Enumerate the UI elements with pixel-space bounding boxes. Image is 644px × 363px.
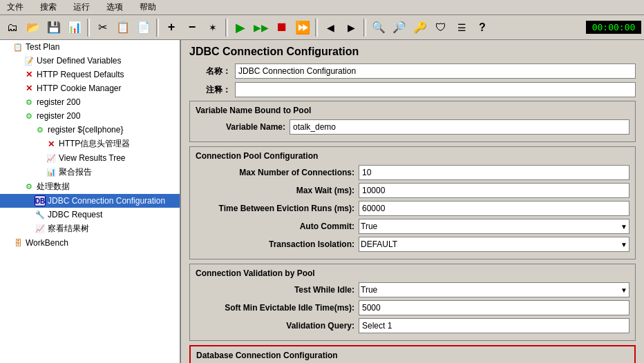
tree-item-jdbcconfig[interactable]: DB JDBC Connection Configuration — [0, 194, 180, 208]
btn-remove[interactable]: − — [182, 18, 202, 37]
tree-label: User Defined Variables — [37, 56, 122, 66]
connection-validation-title: Connection Validation by Pool — [196, 268, 629, 278]
btn-forward[interactable]: ▶ — [341, 18, 361, 37]
test-while-idle-row: Test While Idle: True ▼ — [196, 282, 629, 297]
name-row: 名称： — [189, 63, 636, 79]
tree-label: WorkBench — [26, 238, 68, 248]
tree-label: 察看结果树 — [48, 223, 89, 235]
menu-options[interactable]: 选项 — [102, 0, 127, 14]
tree-item-workbench[interactable]: 🗄 WorkBench — [0, 236, 180, 250]
thread-icon: ⚙ — [23, 110, 35, 121]
btn-paste[interactable]: 📄 — [134, 18, 153, 37]
btn-key[interactable]: 🔑 — [410, 18, 430, 37]
max-wait-label: Max Wait (ms): — [196, 186, 354, 195]
comment-row: 注释： — [189, 82, 636, 97]
toolbar: 🗂 📂 💾 📊 ✂ 📋 📄 + − ✶ ▶ ▶▶ ⏹ ⏩ ◀ ▶ 🔍 🔎 🔑 🛡… — [0, 15, 644, 40]
tree-item-httpcookie[interactable]: ✕ HTTP Cookie Manager — [0, 81, 180, 95]
btn-add[interactable]: + — [162, 18, 181, 37]
soft-min-label: Soft Min Evictable Idle Time(ms): — [196, 303, 354, 313]
tree-item-uservars[interactable]: 📝 User Defined Variables — [0, 54, 180, 68]
soft-min-input[interactable] — [359, 300, 629, 315]
menu-bar: 文件 搜索 运行 选项 帮助 — [0, 0, 644, 15]
tree-panel: 📋 Test Plan 📝 User Defined Variables ✕ H… — [0, 40, 181, 363]
tree-label: JDBC Connection Configuration — [48, 196, 165, 206]
auto-commit-label: Auto Commit: — [196, 222, 354, 231]
tree-label: Test Plan — [26, 42, 59, 52]
results-icon: 📈 — [46, 153, 57, 164]
btn-cut[interactable]: ✂ — [93, 18, 112, 37]
btn-stop[interactable]: ⏹ — [272, 18, 292, 37]
time-between-row: Time Between Eviction Runs (ms): — [196, 201, 629, 216]
btn-run-all[interactable]: ▶▶ — [252, 18, 271, 37]
soft-min-row: Soft Min Evictable Idle Time(ms): — [196, 300, 629, 315]
tree-item-察看结果树[interactable]: 📈 察看结果树 — [0, 222, 180, 236]
menu-run[interactable]: 运行 — [69, 0, 94, 14]
tree-item-register-cellphone[interactable]: ⚙ register ${cellphone} — [0, 123, 180, 137]
btn-step[interactable]: ⏩ — [293, 18, 312, 37]
max-wait-row: Max Wait (ms): — [196, 183, 629, 198]
transaction-value: DEFAULT — [361, 239, 397, 249]
tree-item-register200a[interactable]: ⚙ register 200 — [0, 95, 180, 109]
tree-item-viewresults[interactable]: 📈 View Results Tree — [0, 151, 180, 165]
name-input[interactable] — [235, 63, 636, 79]
tree-item-processor[interactable]: ⚙ 处理数据 — [0, 179, 180, 194]
comment-input[interactable] — [235, 82, 636, 97]
timer-display: 00:00:00 — [586, 21, 641, 34]
btn-clear[interactable]: ✶ — [203, 18, 222, 37]
transaction-arrow: ▼ — [621, 241, 627, 248]
time-between-input[interactable] — [359, 201, 629, 216]
menu-file[interactable]: 文件 — [3, 0, 28, 14]
tree-item-httpheader[interactable]: ✕ HTTP信息头管理器 — [0, 137, 180, 151]
tree-label: HTTP信息头管理器 — [59, 138, 130, 150]
variable-pool-section: Variable Name Bound to Pool Variable Nam… — [189, 101, 636, 142]
btn-help[interactable]: ? — [473, 18, 492, 37]
menu-search[interactable]: 搜索 — [36, 0, 61, 14]
uservars-icon: 📝 — [23, 55, 35, 66]
comment-label: 注释： — [189, 84, 231, 96]
btn-back[interactable]: ◀ — [321, 18, 340, 37]
auto-commit-arrow: ▼ — [621, 223, 627, 230]
config-title: JDBC Connection Configuration — [189, 46, 636, 58]
test-while-idle-select[interactable]: True ▼ — [359, 282, 629, 297]
auto-commit-row: Auto Commit: True ▼ — [196, 219, 629, 234]
main-area: 📋 Test Plan 📝 User Defined Variables ✕ H… — [0, 40, 644, 363]
menu-help[interactable]: 帮助 — [135, 0, 160, 14]
tree-item-httpreqdefaults[interactable]: ✕ HTTP Request Defaults — [0, 68, 180, 81]
btn-checklist[interactable]: ☰ — [452, 18, 471, 37]
btn-open-file[interactable]: 📂 — [23, 18, 43, 37]
validation-query-input[interactable] — [359, 318, 629, 333]
connection-pool-title: Connection Pool Configuration — [196, 151, 629, 161]
separator-2 — [156, 19, 159, 37]
tree-label: register 200 — [37, 111, 80, 121]
database-connection-section: Database Connection Configuration Databa… — [189, 345, 636, 363]
test-while-idle-label: Test While Idle: — [196, 285, 354, 295]
btn-search2[interactable]: 🔎 — [390, 18, 409, 37]
btn-copy[interactable]: 📋 — [113, 18, 133, 37]
auto-commit-value: True — [361, 222, 377, 231]
auto-commit-select[interactable]: True ▼ — [359, 219, 629, 234]
btn-run[interactable]: ▶ — [231, 18, 250, 37]
transaction-label: Transaction Isolation: — [196, 239, 354, 249]
max-wait-input[interactable] — [359, 183, 629, 198]
btn-open-folder[interactable]: 🗂 — [3, 18, 22, 37]
max-connections-input[interactable] — [359, 165, 629, 180]
name-label: 名称： — [189, 66, 231, 77]
btn-search[interactable]: 🔍 — [369, 18, 388, 37]
jdbc-icon: DB — [35, 195, 46, 206]
transaction-select[interactable]: DEFAULT ▼ — [359, 237, 629, 252]
tree-label: HTTP Cookie Manager — [37, 84, 122, 93]
tree-label: 处理数据 — [37, 181, 70, 193]
results-icon2: 📈 — [35, 224, 46, 235]
btn-report[interactable]: 📊 — [65, 18, 84, 37]
separator-4 — [315, 19, 318, 37]
database-connection-title: Database Connection Configuration — [196, 351, 629, 360]
btn-shield[interactable]: 🛡 — [431, 18, 451, 37]
tree-item-aggregate[interactable]: 📊 聚合报告 — [0, 165, 180, 179]
http-icon: ✕ — [23, 69, 35, 80]
variable-name-row: Variable Name: — [196, 119, 629, 135]
tree-item-register200b[interactable]: ⚙ register 200 — [0, 109, 180, 123]
variable-name-input[interactable] — [290, 119, 629, 135]
tree-item-jdbcrequest[interactable]: 🔧 JDBC Request — [0, 208, 180, 222]
btn-save[interactable]: 💾 — [44, 18, 64, 37]
tree-item-testplan[interactable]: 📋 Test Plan — [0, 40, 180, 54]
